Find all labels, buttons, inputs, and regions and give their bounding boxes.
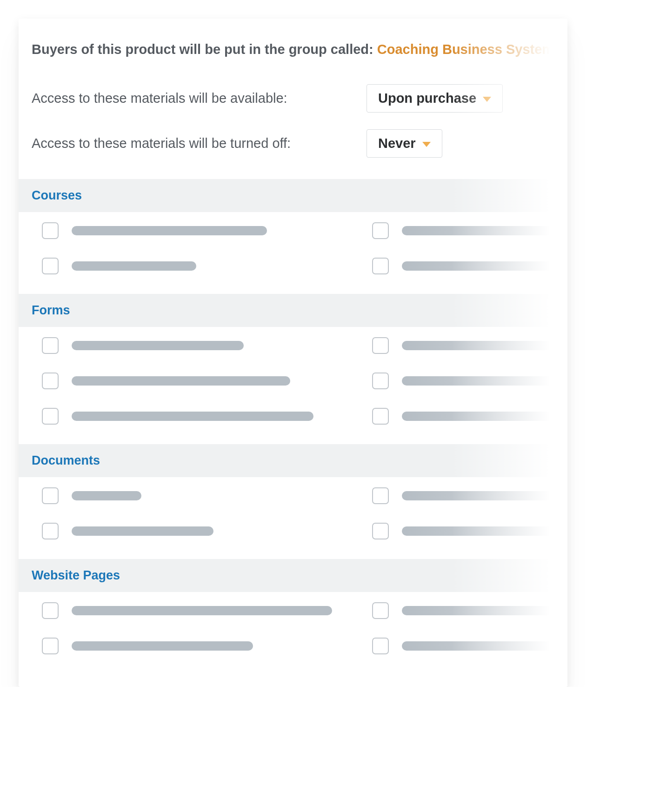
item-label-placeholder xyxy=(402,376,560,386)
item-label-placeholder xyxy=(72,341,244,350)
list-item xyxy=(42,408,372,425)
items-grid xyxy=(19,477,567,544)
item-label-placeholder xyxy=(402,261,560,271)
item-label-placeholder xyxy=(72,526,213,536)
section-header: Documents xyxy=(19,444,567,477)
item-checkbox[interactable] xyxy=(42,222,59,239)
group-name: Coaching Business System xyxy=(377,42,554,57)
item-checkbox[interactable] xyxy=(372,222,389,239)
access-available-label: Access to these materials will be availa… xyxy=(32,91,348,106)
items-grid xyxy=(19,212,567,279)
item-label-placeholder xyxy=(72,376,290,386)
list-item xyxy=(42,487,372,504)
items-grid xyxy=(19,592,567,659)
access-off-value: Never xyxy=(378,136,416,151)
chevron-down-icon xyxy=(422,142,431,147)
item-checkbox[interactable] xyxy=(372,373,389,389)
item-label-placeholder xyxy=(402,341,560,350)
list-item xyxy=(42,638,372,654)
item-checkbox[interactable] xyxy=(42,373,59,389)
item-label-placeholder xyxy=(402,606,560,615)
item-label-placeholder xyxy=(72,641,253,651)
item-label-placeholder xyxy=(72,261,196,271)
list-item xyxy=(42,602,372,619)
section-header: Forms xyxy=(19,294,567,327)
access-available-value: Upon purchase xyxy=(378,91,476,106)
item-label-placeholder xyxy=(72,226,267,235)
access-off-row: Access to these materials will be turned… xyxy=(19,121,567,166)
list-item xyxy=(42,258,372,274)
item-checkbox[interactable] xyxy=(372,408,389,425)
header-prefix: Buyers of this product will be put in th… xyxy=(32,42,377,57)
item-checkbox[interactable] xyxy=(372,523,389,539)
list-item xyxy=(42,523,372,539)
list-item xyxy=(372,408,560,425)
list-item xyxy=(372,258,560,274)
item-checkbox[interactable] xyxy=(372,638,389,654)
item-checkbox[interactable] xyxy=(372,258,389,274)
access-off-dropdown[interactable]: Never xyxy=(367,129,442,158)
item-checkbox[interactable] xyxy=(372,487,389,504)
list-item xyxy=(372,638,560,654)
chevron-down-icon xyxy=(483,97,491,102)
item-checkbox[interactable] xyxy=(42,638,59,654)
item-label-placeholder xyxy=(72,412,313,421)
item-checkbox[interactable] xyxy=(42,337,59,354)
item-label-placeholder xyxy=(402,641,560,651)
item-checkbox[interactable] xyxy=(372,602,389,619)
list-item xyxy=(372,487,560,504)
items-grid xyxy=(19,327,567,429)
item-checkbox[interactable] xyxy=(42,258,59,274)
item-label-placeholder xyxy=(402,491,560,500)
item-label-placeholder xyxy=(402,226,560,235)
item-label-placeholder xyxy=(402,526,560,536)
list-item xyxy=(372,222,560,239)
item-checkbox[interactable] xyxy=(372,337,389,354)
product-access-panel: Buyers of this product will be put in th… xyxy=(19,19,567,687)
list-item xyxy=(42,373,372,389)
item-checkbox[interactable] xyxy=(42,602,59,619)
access-available-row: Access to these materials will be availa… xyxy=(19,76,567,121)
list-item xyxy=(372,373,560,389)
list-item xyxy=(372,337,560,354)
item-checkbox[interactable] xyxy=(42,523,59,539)
item-label-placeholder xyxy=(402,412,560,421)
access-off-label: Access to these materials will be turned… xyxy=(32,136,348,151)
list-item xyxy=(372,602,560,619)
list-item xyxy=(42,222,372,239)
section-header: Website Pages xyxy=(19,559,567,592)
item-checkbox[interactable] xyxy=(42,408,59,425)
item-label-placeholder xyxy=(72,606,332,615)
item-label-placeholder xyxy=(72,491,141,500)
list-item xyxy=(372,523,560,539)
section-header: Courses xyxy=(19,179,567,212)
item-checkbox[interactable] xyxy=(42,487,59,504)
group-assignment-header: Buyers of this product will be put in th… xyxy=(19,42,567,76)
list-item xyxy=(42,337,372,354)
access-available-dropdown[interactable]: Upon purchase xyxy=(367,84,503,113)
